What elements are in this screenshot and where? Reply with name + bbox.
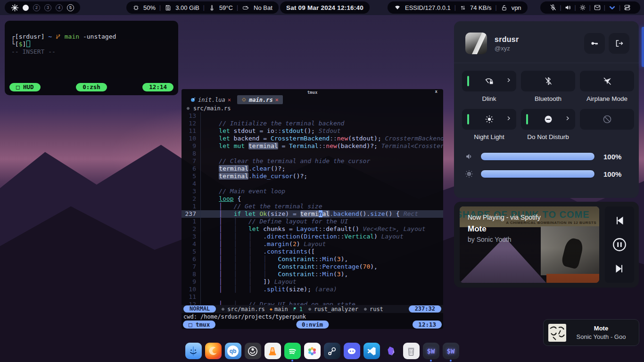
- line-number: 12: [182, 301, 200, 305]
- volume-slider-icon: [464, 152, 474, 161]
- vscode-icon[interactable]: [363, 343, 380, 359]
- settings-gear-icon[interactable]: [576, 4, 589, 11]
- toggle-night-light[interactable]: [462, 109, 516, 130]
- code-line: 12 // Initialize the terminal backend: [182, 120, 443, 127]
- running-indicator: [212, 360, 214, 362]
- tab-init-lua[interactable]: init.lua ×: [186, 95, 235, 104]
- next-track-button[interactable]: [614, 263, 625, 274]
- toggle-bluetooth[interactable]: [521, 71, 575, 91]
- spotify-icon[interactable]: [284, 343, 301, 359]
- tab-close-icon[interactable]: ×: [275, 97, 279, 103]
- volume-slider[interactable]: [480, 152, 595, 161]
- mic-muted-icon[interactable]: [546, 4, 560, 11]
- notification-popup[interactable]: Mote Sonic Youth - Goo: [543, 319, 639, 346]
- dock-item-trash[interactable]: [403, 343, 420, 362]
- dock-item-photos[interactable]: [304, 343, 321, 362]
- dock-item-files[interactable]: [185, 343, 202, 362]
- toggle-airplane-mode[interactable]: [580, 71, 634, 91]
- chevron-right-icon[interactable]: [565, 115, 570, 121]
- pause-button[interactable]: [611, 237, 627, 253]
- launcher-flower-icon[interactable]: [11, 4, 19, 12]
- flag-icon: [293, 306, 297, 312]
- user-header: srdusr @xyz: [454, 21, 639, 63]
- line-number: 1: [182, 218, 200, 225]
- prompt-git-status: -unstaged: [83, 33, 116, 40]
- steam-icon[interactable]: [324, 343, 340, 359]
- code-line: 4: [182, 180, 443, 188]
- trash-icon[interactable]: [403, 343, 420, 359]
- line-number: 4: [182, 180, 200, 188]
- battery-value: No Bat: [254, 4, 272, 11]
- dock-item-firefox[interactable]: [205, 343, 222, 362]
- qbittorrent-icon[interactable]: qb: [225, 343, 241, 359]
- workspace-1[interactable]: [23, 5, 29, 11]
- volume-icon[interactable]: [561, 4, 575, 11]
- editor-window[interactable]: tmux x init.lua × main.rs × src/main.rs …: [182, 89, 443, 329]
- tmux-session-pill[interactable]: 0:zsh: [76, 83, 107, 91]
- buffer-tabs: init.lua × main.rs ×: [182, 95, 443, 104]
- tmux-hud-pill[interactable]: □ HUD: [9, 83, 41, 91]
- top-status-bar: 2345 50% | 3.00 GiB | 59°C | No Bat Sat …: [0, 0, 644, 15]
- tmux-left-pill[interactable]: □ tmux: [183, 321, 215, 329]
- window-close-button[interactable]: x: [435, 89, 438, 94]
- chevron-right-icon[interactable]: [506, 115, 512, 121]
- bluetooth-off-icon: [544, 76, 553, 86]
- line-number: 3: [182, 188, 200, 195]
- obsidian-icon[interactable]: [383, 343, 400, 359]
- clock-pill[interactable]: Sat 09 Mar 2024 12:16:40: [280, 1, 370, 14]
- dock-item-stream-widget-2[interactable]: $W: [443, 343, 459, 362]
- dock-item-discord[interactable]: [344, 343, 360, 362]
- dock-item-qbittorrent[interactable]: qb: [225, 343, 241, 362]
- discord-icon[interactable]: [344, 343, 360, 359]
- code-area[interactable]: 1312 // Initialize the terminal backend1…: [182, 112, 443, 305]
- toggle-blocked[interactable]: [580, 109, 634, 130]
- dock-item-spotify[interactable]: [284, 343, 301, 362]
- chevron-right-icon[interactable]: [506, 77, 512, 83]
- volume-slider-row: 100%: [464, 152, 629, 161]
- tmux-time-pill: 12:14: [142, 83, 173, 91]
- stream-widget-2-icon[interactable]: $W: [443, 343, 459, 359]
- tab-main-rs[interactable]: main.rs ×: [237, 95, 283, 104]
- active-indicator: [467, 76, 469, 86]
- dock-item-obs[interactable]: [245, 343, 261, 362]
- files-icon[interactable]: [185, 343, 202, 359]
- tmux-session-pill[interactable]: 0:nvim: [296, 321, 329, 329]
- workspace-3[interactable]: 3: [44, 4, 51, 11]
- code-line: 1 │ │ // Define layout for the UI: [182, 218, 443, 225]
- dock-item-vscode[interactable]: [363, 343, 380, 362]
- stream-widget-1-icon[interactable]: $W: [423, 343, 439, 359]
- code-line: 13: [182, 112, 443, 120]
- brightness-slider[interactable]: [480, 170, 595, 178]
- dock-item-stream-widget-1[interactable]: $W: [423, 343, 439, 362]
- line-number: 2: [182, 225, 200, 233]
- workspace-2[interactable]: 2: [33, 4, 40, 11]
- battery-icon: [242, 4, 250, 11]
- workspace-5[interactable]: 5: [67, 4, 74, 11]
- dock-item-vlc[interactable]: [264, 343, 281, 362]
- terminal-window[interactable]: ┌[srdusr] ~ main -unstaged └[$] -- INSER…: [5, 21, 178, 95]
- firefox-icon[interactable]: [205, 343, 222, 359]
- messages-icon[interactable]: [591, 4, 604, 11]
- vlc-icon[interactable]: [264, 343, 281, 359]
- lang-gear-icon: [363, 307, 368, 312]
- toggle-do-not-disturb[interactable]: [521, 109, 575, 130]
- running-indicator: [291, 360, 293, 362]
- tab-close-icon[interactable]: ×: [228, 97, 231, 103]
- dock-item-obsidian[interactable]: [383, 343, 400, 362]
- chevron-down-icon[interactable]: [605, 4, 619, 11]
- previous-track-button[interactable]: [614, 215, 625, 226]
- code-line: 10 │ │ │ .split(size); (area): [182, 286, 443, 293]
- logout-button[interactable]: [609, 33, 629, 54]
- workspace-4[interactable]: 4: [56, 4, 63, 11]
- code-line: 10 let backend = CrosstermBackend::new(s…: [182, 135, 443, 142]
- toggle-dlink[interactable]: [462, 71, 516, 91]
- dock-item-steam[interactable]: [324, 343, 340, 362]
- lock-keys-button[interactable]: [584, 33, 605, 54]
- photos-icon[interactable]: [304, 343, 321, 359]
- obs-icon[interactable]: [245, 343, 261, 359]
- notification-title: Mote: [566, 325, 636, 332]
- vpn-label: vpn: [512, 4, 521, 11]
- tab-label: init.lua: [198, 97, 225, 103]
- systray-icon[interactable]: [620, 4, 634, 11]
- cpu-icon: [132, 4, 140, 11]
